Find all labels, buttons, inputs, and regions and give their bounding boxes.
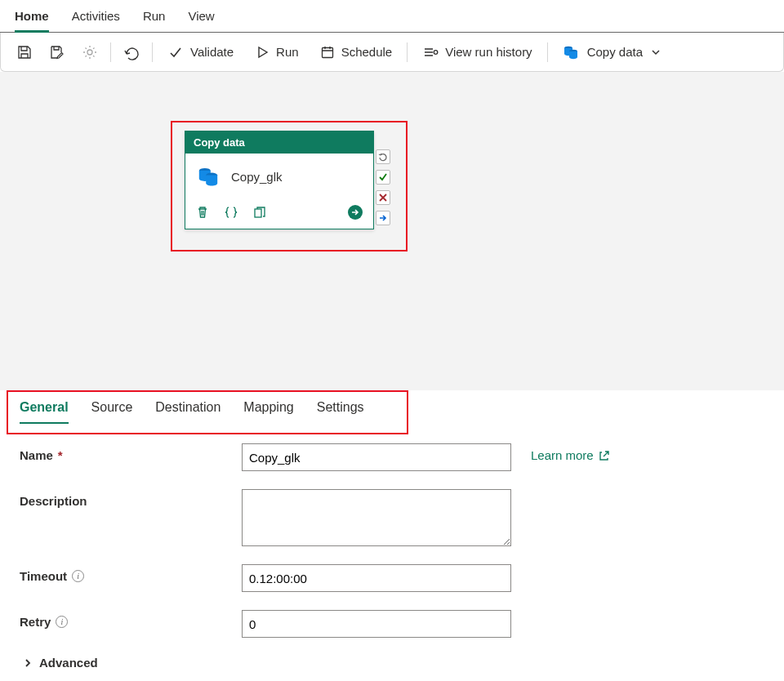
toolbar-separator (152, 42, 153, 62)
tab-view[interactable]: View (188, 0, 214, 32)
svg-point-2 (434, 50, 438, 54)
activity-node-copy-data[interactable]: Copy data Copy_glk (185, 131, 374, 229)
tab-home[interactable]: Home (15, 0, 49, 32)
tab-activities[interactable]: Activities (72, 0, 120, 32)
run-button[interactable]: Run (247, 38, 307, 66)
handle-fail[interactable] (376, 190, 390, 205)
toolbar: Validate Run Schedule View run history C… (0, 33, 784, 72)
code-activity-button[interactable] (223, 205, 239, 220)
info-icon[interactable]: i (72, 570, 84, 582)
settings-button[interactable] (76, 38, 104, 66)
info-icon[interactable]: i (56, 616, 68, 628)
external-link-icon (599, 450, 610, 461)
handle-success[interactable] (376, 170, 390, 185)
arrow-circle-icon (347, 204, 363, 220)
svg-point-0 (87, 50, 92, 55)
detail-tabs-container: General Source Destination Mapping Setti… (0, 390, 784, 424)
save-button[interactable] (11, 38, 38, 66)
save-as-button[interactable] (43, 38, 71, 66)
delete-activity-button[interactable] (195, 205, 210, 220)
calendar-icon (320, 45, 335, 60)
name-label: Name* (20, 443, 229, 462)
learn-more-link[interactable]: Learn more (531, 443, 610, 462)
chevron-right-icon (23, 658, 33, 668)
detail-tabs: General Source Destination Mapping Setti… (0, 390, 784, 424)
toolbar-separator (547, 42, 548, 62)
description-label: Description (20, 489, 229, 508)
save-as-icon (49, 44, 65, 60)
handle-retry[interactable] (376, 149, 390, 164)
validate-label: Validate (190, 45, 234, 59)
activity-node-title: Copy_glk (231, 170, 283, 184)
activity-node-body: Copy_glk (185, 154, 373, 199)
required-indicator: * (58, 448, 63, 462)
copy-data-button[interactable]: Copy data (555, 38, 669, 66)
copy-icon (252, 205, 267, 220)
tab-run[interactable]: Run (143, 0, 166, 32)
arrow-right-icon (377, 212, 389, 224)
tab-destination[interactable]: Destination (155, 400, 220, 423)
database-icon (563, 44, 579, 60)
copy-data-label: Copy data (587, 45, 643, 59)
activity-node-footer (185, 199, 373, 229)
save-icon (16, 44, 33, 60)
retry-input[interactable] (242, 610, 511, 638)
description-input[interactable] (242, 489, 511, 546)
general-form: Name* Learn more Description Timeout i R… (0, 424, 784, 681)
clone-activity-button[interactable] (252, 205, 267, 220)
undo-icon (122, 43, 140, 61)
name-input[interactable] (242, 443, 511, 471)
svg-rect-7 (255, 209, 261, 217)
advanced-toggle[interactable]: Advanced (20, 656, 764, 670)
tab-settings[interactable]: Settings (317, 400, 364, 423)
history-icon (422, 45, 439, 60)
top-nav: Home Activities Run View (0, 0, 784, 33)
tab-mapping[interactable]: Mapping (243, 400, 293, 423)
schedule-label: Schedule (341, 45, 393, 59)
check-icon (377, 171, 389, 183)
trash-icon (195, 205, 210, 220)
view-history-label: View run history (445, 45, 532, 59)
braces-icon (223, 205, 239, 220)
timeout-label: Timeout i (20, 564, 229, 583)
tab-source[interactable]: Source (91, 400, 133, 423)
toolbar-separator (110, 42, 111, 62)
svg-rect-1 (322, 47, 332, 57)
retry-label: Retry i (20, 610, 229, 629)
redo-icon (377, 151, 389, 162)
node-output-handles (376, 149, 392, 225)
pipeline-canvas[interactable]: Copy data Copy_glk (0, 72, 784, 390)
go-activity-button[interactable] (347, 204, 363, 220)
schedule-button[interactable]: Schedule (312, 38, 401, 66)
x-icon (377, 192, 389, 203)
activity-node-header: Copy data (185, 131, 373, 154)
play-icon (255, 45, 270, 60)
database-icon (197, 165, 220, 188)
check-icon (167, 44, 184, 60)
toolbar-separator (407, 42, 408, 62)
undo-button[interactable] (118, 38, 145, 66)
tab-general[interactable]: General (20, 400, 69, 423)
timeout-input[interactable] (242, 564, 511, 592)
validate-button[interactable]: Validate (159, 38, 242, 66)
gear-icon (82, 44, 98, 60)
run-label: Run (276, 45, 299, 59)
view-history-button[interactable]: View run history (414, 38, 540, 66)
chevron-down-icon (651, 47, 661, 57)
handle-completion[interactable] (376, 211, 390, 225)
